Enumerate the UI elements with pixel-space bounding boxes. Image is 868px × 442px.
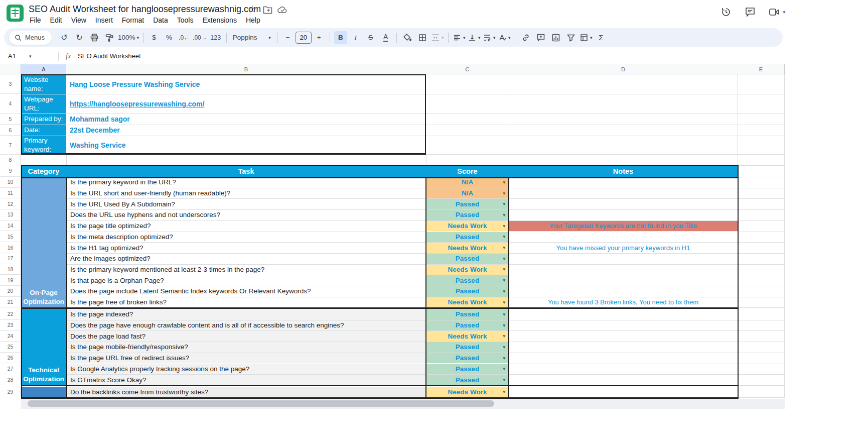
row-number-6[interactable]: 6 [0, 125, 21, 136]
category-cell-On-Page Optimization[interactable]: On-Page Optimization [21, 177, 66, 307]
percent-format-button[interactable]: % [163, 31, 176, 44]
row-number-3[interactable]: 3 [0, 74, 21, 94]
task-cell-row26[interactable]: Is the page URL free of redirect issues? [66, 353, 426, 364]
score-dropdown-icon[interactable]: ▾ [503, 312, 505, 317]
row-number-27[interactable]: 27 [0, 364, 21, 375]
score-cell-row21[interactable]: Needs Work▾ [426, 297, 509, 308]
task-cell-row24[interactable]: Does the page load fast? [66, 330, 426, 342]
row-number-13[interactable]: 13 [0, 209, 21, 220]
row-number-24[interactable]: 24 [0, 330, 21, 342]
task-cell-row19[interactable]: Is that page is a Orphan Page? [66, 275, 426, 286]
column-header-C[interactable]: C [426, 64, 509, 74]
increase-decimal-button[interactable]: .00→ [193, 31, 207, 44]
category-cell-Technical Optimization[interactable]: Technical Optimization [21, 309, 66, 385]
undo-button[interactable]: ↺ [58, 31, 71, 44]
column-header-A[interactable]: A [21, 64, 67, 74]
video-call-icon[interactable]: ▾ [768, 7, 785, 18]
task-cell-row14[interactable]: Is the page title optimized? [66, 220, 426, 232]
decrease-decimal-button[interactable]: .0← [178, 31, 191, 44]
score-cell-row16[interactable]: Needs Work▾ [426, 242, 509, 253]
menu-edit[interactable]: Edit [46, 15, 67, 26]
score-cell-row18[interactable]: Needs Work▾ [426, 264, 509, 275]
row-number-4[interactable]: 4 [0, 94, 21, 114]
paint-format-button[interactable] [103, 31, 116, 44]
bold-button[interactable]: B [334, 31, 347, 44]
row-number-14[interactable]: 14 [0, 220, 21, 232]
score-dropdown-icon[interactable]: ▾ [503, 389, 505, 394]
score-cell-row25[interactable]: Passed▾ [426, 342, 509, 353]
horizontal-align-button[interactable]: ▾ [453, 31, 466, 44]
row-number-16[interactable]: 16 [0, 242, 21, 253]
menus-search-button[interactable]: Menus [9, 31, 52, 45]
menu-file[interactable]: File [25, 15, 46, 26]
table-views-button[interactable]: ▾ [580, 31, 593, 44]
create-filter-button[interactable] [564, 31, 577, 44]
menu-format[interactable]: Format [117, 15, 149, 26]
header-notes[interactable]: Notes [509, 165, 738, 177]
menu-extensions[interactable]: Extensions [198, 15, 241, 26]
score-cell-row12[interactable]: Passed▾ [426, 198, 509, 209]
score-dropdown-icon[interactable]: ▾ [503, 334, 505, 339]
score-cell-row15[interactable]: Passed▾ [426, 232, 509, 243]
row-number-28[interactable]: 28 [0, 374, 21, 385]
row-number-17[interactable]: 17 [0, 253, 21, 264]
font-family-select[interactable]: Poppins▾ [231, 31, 273, 44]
score-cell-row13[interactable]: Passed▾ [426, 209, 509, 220]
header-score[interactable]: Score [426, 165, 509, 177]
row-number-12[interactable]: 12 [0, 198, 21, 209]
score-dropdown-icon[interactable]: ▾ [503, 256, 505, 261]
strikethrough-button[interactable]: S [364, 31, 377, 44]
task-cell-row29[interactable]: Do the backlinks come from trustworthy s… [66, 387, 426, 398]
score-cell-row29[interactable]: Needs Work▾ [426, 387, 509, 398]
print-button[interactable] [88, 31, 101, 44]
score-cell-row14[interactable]: Needs Work▾ [426, 220, 509, 232]
info-value-row5[interactable]: Mohammad sagor [66, 114, 426, 125]
note-cell-row16[interactable]: You have missed your primary keywords in… [509, 242, 738, 253]
insert-comment-button[interactable] [534, 31, 547, 44]
info-label-row4[interactable]: Webpage URL: [21, 94, 66, 114]
text-rotation-button[interactable]: ▾ [498, 31, 511, 44]
row-number-7[interactable]: 7 [0, 136, 21, 155]
select-all-corner[interactable] [0, 64, 21, 74]
score-dropdown-icon[interactable]: ▾ [503, 289, 505, 294]
formula-input[interactable]: SEO Audit Worksheet [78, 52, 141, 60]
score-cell-row24[interactable]: Needs Work▾ [426, 330, 509, 342]
task-cell-row23[interactable]: Does the page have enough crawlable cont… [66, 320, 426, 331]
text-wrap-button[interactable]: ▾ [483, 31, 496, 44]
name-box[interactable]: A1▾ [0, 52, 58, 60]
note-cell-row21[interactable]: You have found 3 Broken links, You need … [509, 297, 738, 308]
row-number-9[interactable]: 9 [0, 165, 21, 177]
column-header-E[interactable]: E [738, 64, 785, 74]
score-cell-row22[interactable]: Passed▾ [426, 309, 509, 320]
score-cell-row20[interactable]: Passed▾ [426, 286, 509, 297]
task-cell-row20[interactable]: Does the page include Latent Semantic In… [66, 286, 426, 297]
zoom-control[interactable]: 100%▾ [118, 31, 139, 44]
info-value-row4[interactable]: https://hangloosepressurewashing.com/ [66, 94, 426, 114]
menu-help[interactable]: Help [241, 15, 265, 26]
task-cell-row21[interactable]: Is the page free of broken links? [66, 297, 426, 308]
score-cell-row23[interactable]: Passed▾ [426, 320, 509, 331]
task-cell-row16[interactable]: Is the H1 tag optimized? [66, 242, 426, 253]
menu-view[interactable]: View [67, 15, 91, 26]
cloud-saved-icon[interactable] [277, 6, 287, 14]
currency-format-button[interactable]: $ [148, 31, 161, 44]
number-format-button[interactable]: 123 [209, 31, 222, 44]
task-cell-row17[interactable]: Are the images optimized? [66, 253, 426, 264]
row-number-15[interactable]: 15 [0, 232, 21, 243]
score-dropdown-icon[interactable]: ▾ [503, 180, 505, 185]
row-number-21[interactable]: 21 [0, 297, 21, 308]
score-dropdown-icon[interactable]: ▾ [503, 356, 505, 361]
score-dropdown-icon[interactable]: ▾ [503, 267, 505, 272]
merge-cells-button[interactable]: ▾ [431, 31, 444, 44]
column-header-D[interactable]: D [509, 64, 738, 74]
row-number-26[interactable]: 26 [0, 353, 21, 364]
row-number-29[interactable]: 29 [0, 387, 21, 398]
info-value-row6[interactable]: 22st December [66, 125, 426, 136]
text-color-button[interactable]: A [379, 31, 392, 44]
task-cell-row12[interactable]: Is the URL Used By A Subdomain? [66, 198, 426, 209]
category-cell-backlinks[interactable] [21, 387, 66, 398]
row-number-18[interactable]: 18 [0, 264, 21, 275]
info-label-row3[interactable]: Website name: [21, 74, 66, 94]
comments-icon[interactable] [744, 6, 756, 18]
score-cell-row26[interactable]: Passed▾ [426, 353, 509, 364]
